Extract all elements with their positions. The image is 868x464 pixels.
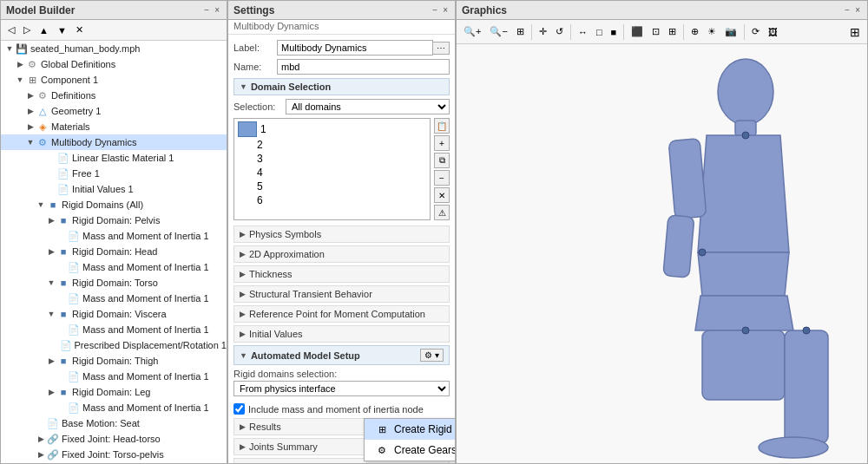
tree-mass-inertia1[interactable]: 📄 Mass and Moment of Inertia 1 [1, 228, 227, 244]
dl-add-btn[interactable]: + [434, 135, 450, 151]
tree-rigid-torso[interactable]: ▼ ■ Rigid Domain: Torso [1, 275, 227, 291]
mb-close-btn[interactable]: × [213, 6, 221, 15]
2d-approx-section[interactable]: ▶ 2D Approximation [233, 245, 450, 263]
surface-btn[interactable]: ⬛ [628, 24, 647, 39]
tree-prescribed-disp[interactable]: 📄 Prescribed Displacement/Rotation 1 [1, 337, 227, 353]
tree-fj-pelvis-thigh[interactable]: ▶ 🔗 Fixed Joint: Pelvis-thigh [1, 462, 227, 463]
ams-body: Rigid domains selection: From physics in… [233, 369, 450, 415]
domain-list-item-5[interactable]: 5 [236, 180, 428, 193]
tree-file[interactable]: ▼ 💾 seated_human_body.mph [1, 41, 227, 56]
tree-geometry[interactable]: ▶ △ Geometry 1 [1, 103, 227, 119]
settings-undock-btn[interactable]: − [431, 6, 439, 15]
dl-copy-btn[interactable]: ⧉ [434, 153, 450, 168]
rotate-btn[interactable]: ↺ [552, 24, 567, 39]
initial-values-section[interactable]: ▶ Initial Values [233, 325, 450, 343]
dl-remove-btn[interactable]: − [434, 170, 450, 186]
create-gears-item[interactable]: ⚙ Create Gears [365, 440, 455, 461]
geometry-icon: △ [36, 104, 49, 118]
mb-forward-btn[interactable]: ▷ [20, 23, 34, 37]
tree-base-motion[interactable]: 📄 Base Motion: Seat [1, 415, 227, 431]
tree-fj-head-torso[interactable]: ▶ 🔗 Fixed Joint: Head-torso [1, 431, 227, 447]
domain-list-item-3[interactable]: 3 [236, 152, 428, 166]
domain-list-item-2[interactable]: 2 [236, 138, 428, 152]
tree-mass-inertia2[interactable]: 📄 Mass and Moment of Inertia 1 [1, 259, 227, 275]
js-arrow: ▶ [240, 442, 246, 451]
label-btn[interactable]: ⋯ [433, 42, 450, 55]
mesh-btn[interactable]: ⊞ [665, 24, 680, 39]
mb-back-btn[interactable]: ◁ [4, 20, 18, 41]
tree-multibody[interactable]: ▼ ⚙ Multibody Dynamics [1, 134, 227, 150]
domain-selection-header[interactable]: ▼ Domain Selection [233, 78, 450, 95]
edges-btn[interactable]: ⊡ [648, 24, 663, 39]
settings-close-btn[interactable]: × [441, 6, 450, 15]
ams-header[interactable]: ▼ Automated Model Setup ⚙ ▾ [233, 345, 450, 365]
ams-action-btn[interactable]: ⚙ ▾ [420, 349, 444, 362]
selection-dropdown[interactable]: All domains [286, 99, 450, 114]
ds-arrow: ▼ [240, 82, 247, 91]
thickness-section[interactable]: ▶ Thickness [233, 265, 450, 283]
tree-rigid-pelvis[interactable]: ▶ ■ Rigid Domain: Pelvis [1, 212, 227, 228]
tree-free1[interactable]: 📄 Free 1 [1, 166, 227, 181]
tree-global-defs[interactable]: ▶ ⚙ Global Definitions [1, 56, 227, 72]
wireframe-btn[interactable]: □ [593, 25, 606, 39]
tree-mass-inertia3[interactable]: 📄 Mass and Moment of Inertia 1 [1, 291, 227, 306]
tree-mass-inertia5[interactable]: 📄 Mass and Moment of Inertia 1 [1, 369, 227, 384]
domain-list-item-1[interactable]: 1 [236, 121, 428, 138]
rd-title: Rigid Body DOF Summary [249, 461, 362, 463]
include-mass-checkbox[interactable] [233, 403, 245, 415]
mb-delete-btn[interactable]: ✕ [72, 23, 87, 37]
th-title: Thickness [249, 269, 293, 279]
zoom-out-btn[interactable]: 🔍− [486, 24, 510, 39]
tree-rigid-head[interactable]: ▶ ■ Rigid Domain: Head [1, 244, 227, 259]
screenshot-btn[interactable]: 🖼 [765, 25, 781, 39]
axis-btn[interactable]: ↔ [575, 25, 591, 39]
dl-paste-btn[interactable]: 📋 [434, 118, 450, 134]
tree-linear-elastic[interactable]: 📄 Linear Elastic Material 1 [1, 150, 227, 166]
include-mass-label: Include mass and moment of inertia node [248, 404, 424, 415]
mb-up-btn[interactable]: ▲ [36, 23, 52, 37]
zoom-in-btn[interactable]: 🔍+ [460, 24, 484, 39]
domain-list-container: 1 2 3 4 [233, 118, 450, 220]
reset-btn[interactable]: ⟳ [748, 24, 763, 39]
mb-undock-btn[interactable]: − [202, 6, 211, 15]
refpoint-section[interactable]: ▶ Reference Point for Moment Computation [233, 305, 450, 323]
expand-btn[interactable]: ⊞ [846, 23, 864, 41]
structural-section[interactable]: ▶ Structural Transient Behavior [233, 285, 450, 303]
settings-controls: − × [431, 6, 450, 15]
tree-definitions[interactable]: ▶ ⚙ Definitions [1, 88, 227, 103]
label-label: Label: [233, 42, 277, 53]
name-input[interactable] [277, 59, 450, 75]
ams-rd-select[interactable]: From physics interface [233, 381, 450, 396]
domain-list-item-4[interactable]: 4 [236, 166, 428, 180]
tree-fj-torso-pelvis[interactable]: ▶ 🔗 Fixed Joint: Torso-pelvis [1, 447, 227, 462]
tree-materials[interactable]: ▶ ◈ Materials [1, 119, 227, 134]
tree-rigid-thigh[interactable]: ▶ ■ Rigid Domain: Thigh [1, 353, 227, 369]
pan-btn[interactable]: ✛ [536, 24, 550, 39]
tree-rigid-all[interactable]: ▼ ■ Rigid Domains (All) [1, 197, 227, 212]
scene-btn[interactable]: ⊕ [687, 24, 702, 39]
camera-btn[interactable]: 📷 [721, 24, 740, 39]
create-rigid-item[interactable]: ⊞ Create Rigid Domains [365, 419, 455, 440]
domain-list-icons: 📋 + ⧉ − ✕ ⚠ [434, 118, 450, 220]
label-input[interactable] [277, 40, 433, 56]
dl-clear-btn[interactable]: ✕ [434, 187, 450, 203]
tree-initial-vals[interactable]: 📄 Initial Values 1 [1, 181, 227, 197]
domain-list-box: 1 2 3 4 [233, 118, 431, 220]
tree-rigid-leg[interactable]: ▶ ■ Rigid Domain: Leg [1, 384, 227, 400]
component-icon: ⊞ [25, 73, 39, 87]
physics-symbols-section[interactable]: ▶ Physics Symbols [233, 225, 450, 243]
domain-list-item-6[interactable]: 6 [236, 193, 428, 207]
tree-component1[interactable]: ▼ ⊞ Component 1 [1, 72, 227, 88]
zoom-fit-btn[interactable]: ⊞ [513, 24, 528, 39]
light-btn[interactable]: ☀ [704, 24, 720, 39]
mb-down-btn[interactable]: ▼ [54, 23, 70, 37]
tree-mass-inertia6[interactable]: 📄 Mass and Moment of Inertia 1 [1, 400, 227, 415]
dl-warn-btn[interactable]: ⚠ [434, 205, 450, 220]
graphics-undock-btn[interactable]: − [843, 6, 852, 15]
graphics-close-btn[interactable]: × [853, 6, 862, 15]
mi3-icon: 📄 [67, 291, 81, 305]
tree-mass-inertia4[interactable]: 📄 Mass and Moment of Inertia 1 [1, 322, 227, 337]
tree-rigid-viscera[interactable]: ▼ ■ Rigid Domain: Viscera [1, 306, 227, 322]
domain-num-6: 6 [257, 194, 263, 206]
shading-btn[interactable]: ■ [608, 25, 621, 39]
